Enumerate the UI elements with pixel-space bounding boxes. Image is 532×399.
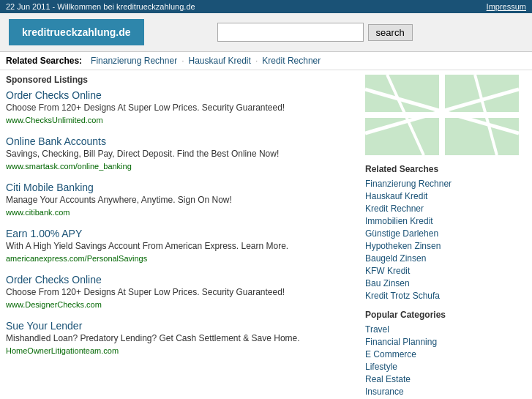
- popular-categories-list: Travel Financial Planning E Commerce Lif…: [365, 324, 526, 399]
- rs-link-2[interactable]: Kredit Rechner: [365, 204, 424, 214]
- pc-link-1[interactable]: Financial Planning: [365, 337, 437, 347]
- ad-title-4[interactable]: Earn 1.00% APY: [6, 228, 358, 239]
- list-item: Günstige Darlehen: [365, 228, 526, 239]
- pc-link-5[interactable]: Insurance: [365, 387, 404, 397]
- rs-link-6[interactable]: Baugeld Zinsen: [365, 253, 426, 264]
- nav-link-kredit[interactable]: Kredit Rechner: [262, 56, 321, 66]
- ad-desc-6: Mishandled Loan? Predatory Lending? Get …: [6, 333, 358, 343]
- popular-categories-title: Popular Categories: [365, 310, 526, 320]
- rs-link-5[interactable]: Hypotheken Zinsen: [365, 241, 441, 251]
- list-item: Kredit Trotz Schufa: [365, 290, 526, 301]
- list-item: Immobilien Kredit: [365, 215, 526, 226]
- pc-link-2[interactable]: E Commerce: [365, 349, 416, 359]
- main-content: Sponsored Listings Order Checks Online C…: [0, 70, 532, 399]
- search-button[interactable]: search: [368, 24, 413, 41]
- map-image: [365, 75, 519, 155]
- list-item: Hauskauf Kredit: [365, 190, 526, 201]
- date-text: 22 Jun 2011 - Willkommen bei kreditrueck…: [6, 2, 195, 11]
- rs-link-1[interactable]: Hauskauf Kredit: [365, 191, 427, 201]
- ad-block-6: Sue Your Lender Mishandled Loan? Predato…: [6, 320, 358, 356]
- nav-link-hauskauf[interactable]: Hauskauf Kredit: [188, 56, 250, 66]
- header: kreditrueckzahlung.de search: [0, 13, 532, 52]
- nav-link-finanzierung[interactable]: Finanzierung Rechner: [91, 56, 177, 66]
- list-item: Hypotheken Zinsen: [365, 240, 526, 251]
- rs-link-7[interactable]: KFW Kredit: [365, 266, 410, 276]
- ad-desc-4: With A High Yield Savings Account From A…: [6, 241, 358, 251]
- list-item: Finanzierung Rechner: [365, 178, 526, 189]
- pc-link-0[interactable]: Travel: [365, 324, 389, 335]
- right-column: Related Searches Finanzierung Rechner Ha…: [365, 75, 526, 399]
- list-item: Bau Zinsen: [365, 277, 526, 288]
- search-area: search: [217, 23, 413, 42]
- ad-desc-2: Savings, Checking, Bill Pay, Direct Depo…: [6, 149, 358, 159]
- ad-title-5[interactable]: Order Checks Online: [6, 274, 358, 286]
- pc-link-3[interactable]: Lifestyle: [365, 362, 397, 372]
- list-item: Kredit Rechner: [365, 203, 526, 214]
- list-item: Insurance: [365, 386, 526, 397]
- ad-block-4: Earn 1.00% APY With A High Yield Savings…: [6, 228, 358, 264]
- impressum-link[interactable]: Impressum: [487, 2, 526, 11]
- rs-link-9[interactable]: Kredit Trotz Schufa: [365, 291, 440, 301]
- pc-link-4[interactable]: Real Estate: [365, 374, 411, 384]
- list-item: Baugeld Zinsen: [365, 253, 526, 264]
- list-item: Financial Planning: [365, 336, 526, 347]
- ad-desc-1: Choose From 120+ Designs At Super Low Pr…: [6, 102, 358, 113]
- ad-url-4[interactable]: americanexpress.com/PersonalSavings: [6, 254, 147, 263]
- ad-block-3: Citi Mobile Banking Manage Your Accounts…: [6, 182, 358, 217]
- ad-block-2: Online Bank Accounts Savings, Checking, …: [6, 135, 358, 171]
- right-related-searches-title: Related Searches: [365, 164, 526, 174]
- search-input[interactable]: [217, 23, 364, 42]
- ad-url-1[interactable]: www.ChecksUnlimited.com: [6, 116, 103, 124]
- ad-desc-3: Manage Your Accounts Anywhere, Anytime. …: [6, 195, 358, 205]
- rs-link-3[interactable]: Immobilien Kredit: [365, 216, 433, 226]
- related-searches-label: Related Searches:: [6, 56, 82, 66]
- logo: kreditrueckzahlung.de: [9, 19, 144, 45]
- top-bar: 22 Jun 2011 - Willkommen bei kreditrueck…: [0, 0, 532, 13]
- list-item: Lifestyle: [365, 361, 526, 372]
- ad-url-5[interactable]: www.DesignerChecks.com: [6, 300, 102, 309]
- nav-bar: Related Searches: Finanzierung Rechner ·…: [0, 52, 532, 70]
- left-column: Sponsored Listings Order Checks Online C…: [6, 75, 358, 399]
- list-item: KFW Kredit: [365, 265, 526, 276]
- rs-link-4[interactable]: Günstige Darlehen: [365, 228, 438, 239]
- ad-title-1[interactable]: Order Checks Online: [6, 89, 358, 101]
- ad-title-3[interactable]: Citi Mobile Banking: [6, 182, 358, 193]
- list-item: Travel: [365, 324, 526, 335]
- ad-block-1: Order Checks Online Choose From 120+ Des…: [6, 89, 358, 125]
- ad-url-6[interactable]: HomeOwnerLitigationteam.com: [6, 346, 119, 355]
- ad-desc-5: Choose From 120+ Designs At Super Low Pr…: [6, 287, 358, 297]
- rs-link-8[interactable]: Bau Zinsen: [365, 278, 410, 288]
- list-item: Real Estate: [365, 373, 526, 384]
- ad-block-5: Order Checks Online Choose From 120+ Des…: [6, 274, 358, 310]
- sponsored-title: Sponsored Listings: [6, 75, 358, 85]
- list-item: E Commerce: [365, 348, 526, 359]
- rs-link-0[interactable]: Finanzierung Rechner: [365, 179, 452, 189]
- ad-title-2[interactable]: Online Bank Accounts: [6, 135, 358, 147]
- right-related-searches-list: Finanzierung Rechner Hauskauf Kredit Kre…: [365, 178, 526, 301]
- ad-url-2[interactable]: www.smartask.com/online_banking: [6, 162, 132, 171]
- ad-title-6[interactable]: Sue Your Lender: [6, 320, 358, 332]
- ad-url-3[interactable]: www.citibank.com: [6, 208, 70, 217]
